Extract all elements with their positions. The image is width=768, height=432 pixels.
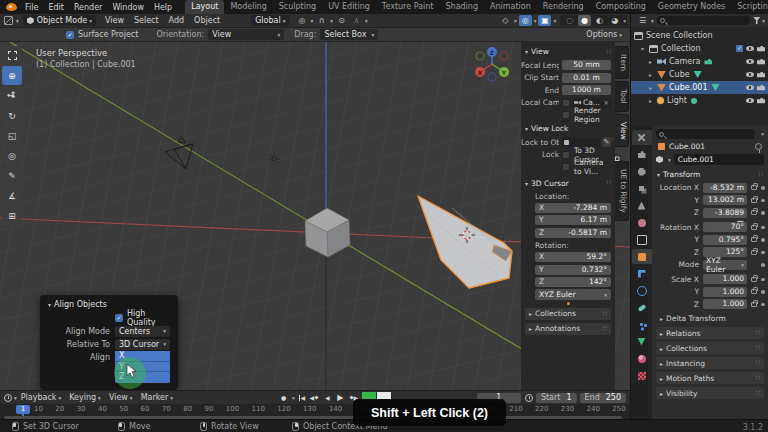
play-button[interactable]: ▶ (335, 393, 346, 403)
local-camera-checkbox[interactable] (562, 99, 570, 107)
timeline-menu-item[interactable]: Playback▾ (21, 393, 61, 402)
orientation-dropdown[interactable]: View▾ (208, 29, 284, 40)
lock-icon[interactable] (751, 225, 757, 230)
gizmo-neg-x-axis[interactable] (500, 52, 508, 60)
wireframe-shading-icon[interactable]: ◌ (563, 15, 576, 26)
cursor-rotation-field[interactable]: Z142° (535, 277, 611, 287)
rendered-shading-icon[interactable]: ◕ (608, 15, 621, 26)
workspace-tab[interactable]: Compositing (590, 0, 652, 14)
number-field[interactable]: 50 mm (562, 60, 611, 70)
filter-icon[interactable] (753, 17, 760, 24)
viewport-3d[interactable]: User Perspective (1) Collection | Cube.0… (0, 42, 630, 390)
show-overlays-icon[interactable]: ◎ (519, 15, 532, 26)
cursor-location-field[interactable]: X-7.284 m (535, 203, 611, 213)
panel-menu-icon[interactable]: ∷ (756, 389, 760, 397)
animate-dot[interactable] (761, 290, 765, 294)
add-cube-tool[interactable]: ⊞ (2, 206, 22, 225)
cursor-location-field[interactable]: Z-0.5817 m (535, 228, 611, 238)
rotate-tool[interactable]: ↻ (2, 106, 22, 125)
navigation-gizmo[interactable]: Z X Y (472, 46, 512, 86)
timeline-editor-icon[interactable] (4, 394, 12, 402)
cursor-rotation-field[interactable]: Y0.732° (535, 265, 611, 275)
hide-in-viewport-icon[interactable] (746, 59, 754, 64)
outliner-search-input[interactable] (657, 16, 750, 25)
object-name[interactable]: Camera (669, 57, 700, 66)
editor-type-icon[interactable] (4, 16, 13, 25)
transform-field[interactable]: 1.000 (703, 299, 747, 309)
lock-icon[interactable] (751, 237, 757, 242)
properties-tab[interactable] (632, 283, 652, 298)
viewport-menu-item[interactable]: Select (129, 16, 164, 25)
selected-object-cube-001[interactable] (418, 196, 512, 288)
workspace-tab[interactable]: Rendering (537, 0, 590, 14)
transform-tool[interactable]: ◎ (2, 146, 22, 165)
expand-arrow-icon[interactable]: ▸ (649, 97, 657, 104)
outliner-row[interactable]: ▸ Cube.001 ✓ (631, 81, 768, 94)
outliner-row[interactable]: ▸ Light ✓ (631, 94, 768, 107)
lock-icon[interactable] (751, 198, 757, 203)
high-quality-checkbox[interactable]: ✓ (115, 314, 123, 322)
snap-magnet-icon[interactable]: ∩ (315, 15, 328, 26)
lock-icon[interactable] (751, 185, 757, 190)
transform-field[interactable]: -3.8089 m (703, 208, 747, 218)
light-object[interactable] (269, 153, 280, 166)
pivot-point-icon[interactable]: ◎ (295, 15, 308, 26)
viewport-menu-item[interactable]: Add (164, 16, 190, 25)
proportional-falloff-icon[interactable]: ∧ (350, 15, 363, 26)
number-field[interactable]: 0.01 m (562, 73, 611, 83)
annotate-tool[interactable]: ✎ (2, 166, 22, 185)
cursor-3d-section-header[interactable]: ▾3D Cursor ∷ (521, 177, 615, 190)
collapsed-panel[interactable]: ▸Relations ∷ (656, 327, 764, 339)
lock-icon[interactable] (751, 302, 757, 307)
animate-dot[interactable] (761, 303, 765, 307)
viewport-menu-item[interactable]: View (100, 16, 129, 25)
properties-tab[interactable] (632, 334, 652, 349)
lock-icon[interactable] (751, 289, 757, 294)
menu-item[interactable]: File (20, 3, 43, 12)
lock-icon[interactable] (751, 250, 757, 255)
object-name[interactable]: Scene Collection (646, 31, 713, 40)
properties-search-input[interactable] (656, 129, 755, 139)
animate-dot[interactable] (761, 263, 765, 267)
mode-dropdown[interactable]: Object Mode ▾ (23, 15, 96, 26)
properties-options-icon[interactable]: ▾ (761, 131, 764, 137)
object-name-field[interactable]: Cube.001 (674, 154, 764, 165)
menu-item[interactable]: Window (107, 3, 149, 12)
panel-menu-icon[interactable]: ∷ (756, 359, 760, 367)
workspace-tab[interactable]: Sculpting (273, 0, 322, 14)
render-region-checkbox[interactable] (562, 111, 570, 119)
hide-in-viewport-icon[interactable] (746, 98, 754, 103)
collection-checkbox[interactable]: ✓ (736, 45, 743, 52)
object-name[interactable]: Cube.001 (669, 83, 707, 92)
expand-arrow-icon[interactable]: ▸ (649, 71, 657, 78)
timeline-menu-item[interactable]: Keying▾ (69, 393, 101, 402)
properties-tab[interactable] (632, 351, 652, 366)
view-section-header[interactable]: ▾View ∷ (521, 45, 615, 58)
animate-dot[interactable] (761, 186, 765, 190)
scale-tool[interactable]: ◱ (2, 126, 22, 145)
cursor-location-field[interactable]: Y6.17 m (535, 215, 611, 225)
panel-menu-icon[interactable]: ∷ (759, 171, 763, 179)
surface-project-checkbox[interactable]: ✓ (66, 31, 74, 39)
hide-in-viewport-icon[interactable] (746, 72, 754, 77)
collapsed-panel[interactable]: ▸Visibility ∷ (656, 387, 764, 399)
properties-tab[interactable] (632, 317, 652, 332)
properties-tab[interactable] (632, 181, 652, 196)
timeline-menu-item[interactable]: Marker▾ (141, 393, 173, 402)
lock-icon[interactable] (751, 210, 757, 215)
viewport-menu-item[interactable]: Object (189, 16, 225, 25)
proportional-editing-icon[interactable]: ⊙ (335, 15, 348, 26)
workspace-tab[interactable]: Geometry Nodes (652, 0, 731, 14)
timeline-ruler[interactable]: 1020304050607080901001101201301401501601… (0, 404, 630, 420)
show-gizmo-icon[interactable]: ◇ (499, 15, 512, 26)
solid-shading-icon[interactable]: ● (578, 15, 591, 26)
animate-dot[interactable] (761, 211, 765, 215)
transform-orientation-dropdown[interactable]: Global ▾ (251, 15, 289, 26)
disable-in-render-icon[interactable] (757, 98, 765, 104)
menu-item[interactable]: Help (149, 3, 177, 12)
start-frame-field[interactable]: Start1 (536, 393, 577, 403)
rotation-mode-dropdown[interactable]: XYZ Euler▾ (703, 260, 747, 270)
default-cube[interactable] (305, 208, 350, 257)
workspace-tab[interactable]: Layout (185, 0, 224, 14)
workspace-tab[interactable]: Animation (484, 0, 537, 14)
